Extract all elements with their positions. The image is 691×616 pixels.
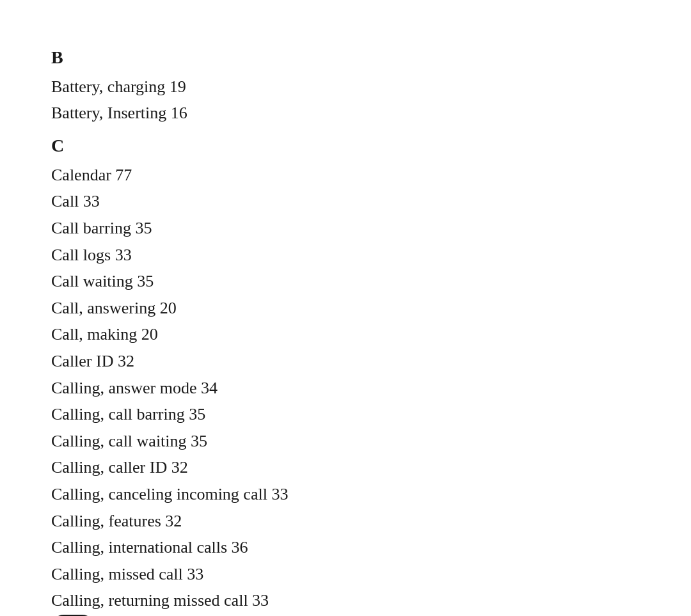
index-entry: Calendar 77 — [51, 162, 640, 189]
index-entry: Battery, charging 19 — [51, 74, 640, 100]
index-entry: Call 33 — [51, 188, 640, 215]
index-entry: Calling, call barring 35 — [51, 401, 640, 428]
index-entry: Calling, features 32 — [51, 508, 640, 535]
index-entry: Call, making 20 — [51, 321, 640, 348]
section-letter-b: B — [51, 43, 640, 72]
index-entry: Calling, canceling incoming call 33 — [51, 481, 640, 508]
index-entry: Calling, missed call 33 — [51, 561, 640, 588]
section-letter-c: C — [51, 132, 640, 161]
index-entry: Call logs 33 — [51, 242, 640, 269]
index-entry: Calling, international calls 36 — [51, 534, 640, 561]
index-entry: Calling, call waiting 35 — [51, 428, 640, 455]
index-entry: Battery, Inserting 16 — [51, 100, 640, 127]
index-entry: Calling, answer mode 34 — [51, 375, 640, 402]
index-entry: Calling, returning missed call 33 — [51, 587, 640, 614]
index-entry: Call barring 35 — [51, 215, 640, 242]
index-entry: Call, answering 20 — [51, 295, 640, 322]
index-entry: Calling, caller ID 32 — [51, 454, 640, 481]
index-entry: Caller ID 32 — [51, 348, 640, 375]
index-entry: Call waiting 35 — [51, 268, 640, 295]
index-content: BBattery, charging 19Battery, Inserting … — [51, 38, 640, 614]
